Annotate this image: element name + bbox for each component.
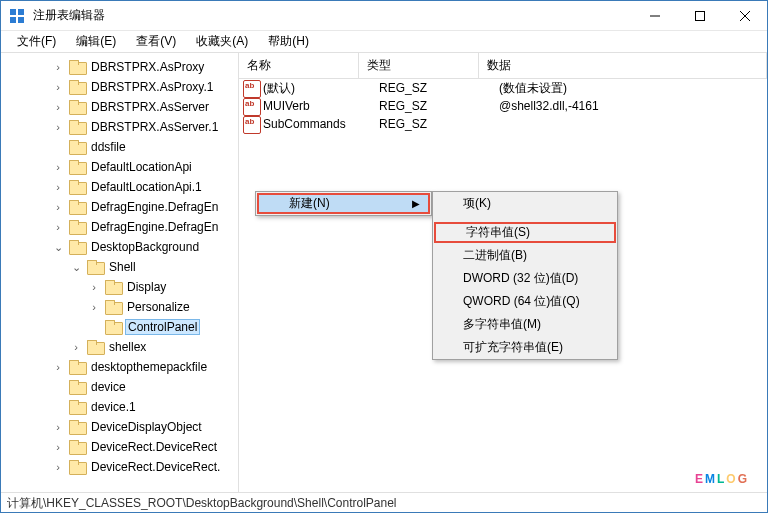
expand-icon[interactable]: › <box>51 101 65 113</box>
statusbar: 计算机\HKEY_CLASSES_ROOT\DesktopBackground\… <box>1 492 767 512</box>
tree-node-label: ddsfile <box>89 140 128 154</box>
expand-icon[interactable]: ⌄ <box>69 261 83 274</box>
expand-icon[interactable]: › <box>69 341 83 353</box>
ctx-multi-string-value[interactable]: 多字符串值(M) <box>433 313 617 336</box>
tree-node[interactable]: ›DBRSTPRX.AsProxy <box>1 57 238 77</box>
tree-node-label: DBRSTPRX.AsServer.1 <box>89 120 220 134</box>
ctx-new-label: 新建(N) <box>289 195 330 212</box>
menu-file[interactable]: 文件(F) <box>7 31 66 52</box>
expand-icon[interactable]: › <box>87 301 101 313</box>
column-name[interactable]: 名称 <box>239 53 359 78</box>
tree-node-label: DefaultLocationApi <box>89 160 194 174</box>
folder-icon <box>87 260 103 274</box>
cell-data: @shell32.dll,-4161 <box>499 99 767 113</box>
tree-node-label: DBRSTPRX.AsProxy.1 <box>89 80 215 94</box>
menu-edit[interactable]: 编辑(E) <box>66 31 126 52</box>
tree-node[interactable]: ›DefaultLocationApi.1 <box>1 177 238 197</box>
tree-node[interactable]: device <box>1 377 238 397</box>
context-submenu-new: 项(K) 字符串值(S) 二进制值(B) DWORD (32 位)值(D) QW… <box>432 191 618 360</box>
tree-node[interactable]: ›Display <box>1 277 238 297</box>
chevron-right-icon: ▶ <box>412 198 420 209</box>
expand-icon[interactable]: › <box>87 281 101 293</box>
svg-rect-5 <box>695 11 704 20</box>
ctx-qword-value[interactable]: QWORD (64 位)值(Q) <box>433 290 617 313</box>
tree-node-label: DesktopBackground <box>89 240 201 254</box>
folder-icon <box>105 280 121 294</box>
close-button[interactable] <box>722 1 767 30</box>
folder-icon <box>69 180 85 194</box>
tree-node-label: DBRSTPRX.AsProxy <box>89 60 206 74</box>
expand-icon[interactable]: › <box>51 161 65 173</box>
tree-node-label: device <box>89 380 128 394</box>
expand-icon[interactable]: › <box>51 221 65 233</box>
expand-icon[interactable]: ⌄ <box>51 241 65 254</box>
menu-help[interactable]: 帮助(H) <box>258 31 319 52</box>
tree-node[interactable]: ›DeviceRect.DeviceRect. <box>1 457 238 477</box>
folder-icon <box>69 420 85 434</box>
ctx-binary-value[interactable]: 二进制值(B) <box>433 244 617 267</box>
tree-node[interactable]: ›DBRSTPRX.AsProxy.1 <box>1 77 238 97</box>
tree-node[interactable]: ›DefragEngine.DefragEn <box>1 197 238 217</box>
tree-node[interactable]: ControlPanel <box>1 317 238 337</box>
menu-favorites[interactable]: 收藏夹(A) <box>186 31 258 52</box>
expand-icon[interactable]: › <box>51 81 65 93</box>
tree-node[interactable]: ddsfile <box>1 137 238 157</box>
expand-icon[interactable]: › <box>51 201 65 213</box>
tree-node[interactable]: device.1 <box>1 397 238 417</box>
tree-node-label: DeviceRect.DeviceRect <box>89 440 219 454</box>
expand-icon[interactable]: › <box>51 441 65 453</box>
expand-icon[interactable]: › <box>51 461 65 473</box>
folder-icon <box>69 160 85 174</box>
folder-icon <box>69 440 85 454</box>
table-row[interactable]: (默认)REG_SZ(数值未设置) <box>239 79 767 97</box>
expand-icon[interactable]: › <box>51 61 65 73</box>
ctx-new[interactable]: 新建(N) ▶ <box>257 193 430 214</box>
tree-node[interactable]: ›DefaultLocationApi <box>1 157 238 177</box>
expand-icon[interactable]: › <box>51 121 65 133</box>
ctx-dword-value[interactable]: DWORD (32 位)值(D) <box>433 267 617 290</box>
expand-icon[interactable]: › <box>51 181 65 193</box>
svg-rect-3 <box>18 17 24 23</box>
column-type[interactable]: 类型 <box>359 53 479 78</box>
minimize-button[interactable] <box>632 1 677 30</box>
ctx-key[interactable]: 项(K) <box>433 192 617 215</box>
tree-node-label: DefragEngine.DefragEn <box>89 220 220 234</box>
cell-type: REG_SZ <box>379 117 499 131</box>
cell-name: (默认) <box>263 80 379 97</box>
tree-pane[interactable]: ›DBRSTPRX.AsProxy›DBRSTPRX.AsProxy.1›DBR… <box>1 53 239 494</box>
string-value-icon <box>243 116 259 132</box>
svg-rect-2 <box>10 17 16 23</box>
tree-node[interactable]: ›DBRSTPRX.AsServer <box>1 97 238 117</box>
tree-node[interactable]: ›shellex <box>1 337 238 357</box>
tree-node[interactable]: ›Personalize <box>1 297 238 317</box>
ctx-expand-string-value[interactable]: 可扩充字符串值(E) <box>433 336 617 359</box>
table-row[interactable]: SubCommandsREG_SZ <box>239 115 767 133</box>
window-controls <box>632 1 767 30</box>
folder-icon <box>69 220 85 234</box>
tree-node[interactable]: ›DBRSTPRX.AsServer.1 <box>1 117 238 137</box>
ctx-string-value[interactable]: 字符串值(S) <box>434 222 616 243</box>
tree-node[interactable]: ⌄DesktopBackground <box>1 237 238 257</box>
tree-node[interactable]: ⌄Shell <box>1 257 238 277</box>
folder-icon <box>69 60 85 74</box>
tree-node[interactable]: ›DeviceDisplayObject <box>1 417 238 437</box>
tree-node[interactable]: ›DefragEngine.DefragEn <box>1 217 238 237</box>
folder-icon <box>69 140 85 154</box>
folder-icon <box>105 300 121 314</box>
app-icon <box>9 8 25 24</box>
column-data[interactable]: 数据 <box>479 53 767 78</box>
tree-node[interactable]: ›desktopthemepackfile <box>1 357 238 377</box>
expand-icon[interactable]: › <box>51 421 65 433</box>
folder-icon <box>69 200 85 214</box>
folder-icon <box>105 320 121 334</box>
context-menu: 新建(N) ▶ <box>255 191 432 216</box>
menu-view[interactable]: 查看(V) <box>126 31 186 52</box>
tree-node[interactable]: ›DeviceRect.DeviceRect <box>1 437 238 457</box>
table-row[interactable]: MUIVerbREG_SZ@shell32.dll,-4161 <box>239 97 767 115</box>
folder-icon <box>69 240 85 254</box>
expand-icon[interactable]: › <box>51 361 65 373</box>
folder-icon <box>69 380 85 394</box>
folder-icon <box>69 100 85 114</box>
maximize-button[interactable] <box>677 1 722 30</box>
string-value-icon <box>243 98 259 114</box>
